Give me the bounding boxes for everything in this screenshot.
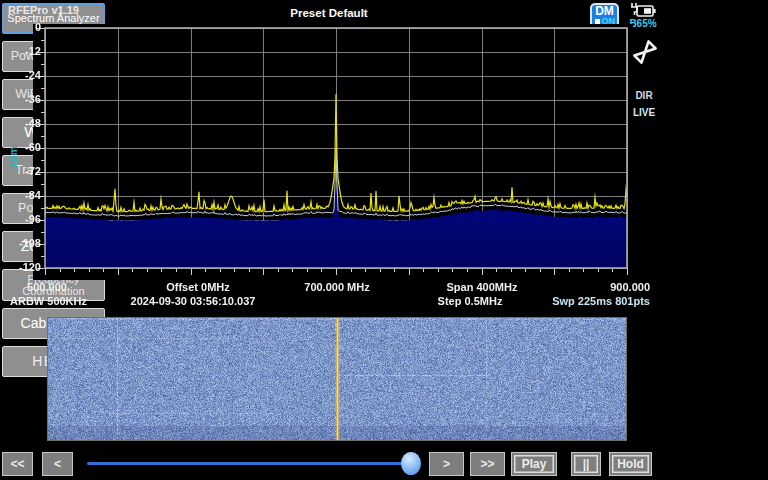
y-axis-tick-label: -60 xyxy=(0,141,41,153)
preset-title: Preset Default xyxy=(229,7,429,19)
rewind-button[interactable]: << xyxy=(2,452,33,476)
rbw-label: ARBW 500KHz xyxy=(10,295,130,307)
offset-frequency-label: Offset 0MHz xyxy=(148,281,248,293)
hold-button[interactable]: Hold xyxy=(609,452,652,476)
y-axis-tick-label: -48 xyxy=(0,117,41,129)
y-axis-tick-label: -120 xyxy=(0,261,41,273)
timeline-slider-track[interactable] xyxy=(87,462,414,465)
step-back-button[interactable]: < xyxy=(42,452,73,476)
dir-mode-label: DIR xyxy=(629,90,659,101)
pause-button[interactable]: || xyxy=(571,452,601,476)
y-axis-tick-label: -36 xyxy=(0,93,41,105)
y-axis-tick-label: -108 xyxy=(0,237,41,249)
waterfall-display xyxy=(47,317,627,441)
span-label: Span 400MHz xyxy=(432,281,532,293)
timeline-slider-thumb[interactable] xyxy=(401,452,421,475)
center-frequency-label: 700.000 MHz xyxy=(287,281,387,293)
y-axis-unit-label: dBm xyxy=(8,141,19,175)
y-axis-tick-label: 0 xyxy=(0,21,41,33)
sweep-info-label: Swp 225ms 801pts xyxy=(540,295,650,307)
step-label: Step 0.5MHz xyxy=(425,295,515,307)
spectrum-chart-canvas xyxy=(33,24,633,280)
y-axis-tick-label: -12 xyxy=(0,45,41,57)
y-axis-tick-label: -96 xyxy=(0,213,41,225)
y-axis-tick-label: -24 xyxy=(0,69,41,81)
app-window: RFEPro v1.19 Preset Default DM ON B65% D… xyxy=(0,0,768,480)
stop-frequency-label: 900.000 xyxy=(590,281,650,293)
start-frequency-label: 500.000 xyxy=(17,281,77,293)
fast-forward-button[interactable]: >> xyxy=(470,452,505,476)
device-link-icon xyxy=(631,38,659,70)
y-axis-tick-label: -84 xyxy=(0,189,41,201)
step-forward-button[interactable]: > xyxy=(429,452,464,476)
y-axis-labels: 0-12-24-36-48-60-72-84-96-108-120 xyxy=(0,0,41,300)
timestamp-label: 2024-09-30 03:56:10.037 xyxy=(128,295,258,307)
y-axis-tick-label: -72 xyxy=(0,165,41,177)
play-button[interactable]: Play xyxy=(511,452,557,476)
